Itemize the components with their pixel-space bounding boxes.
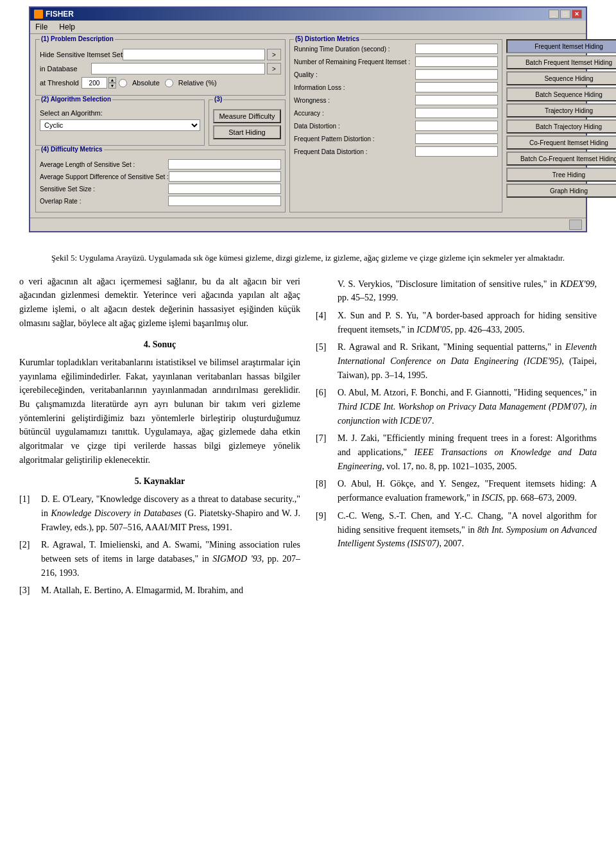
ref-5-num: [5] <box>316 340 334 382</box>
hide-sensitive-arrow[interactable]: > <box>267 49 281 60</box>
app-icon <box>34 10 43 19</box>
maximize-button[interactable]: □ <box>560 10 570 19</box>
threshold-down[interactable]: ▼ <box>108 83 116 89</box>
information-loss-label: Information Loss : <box>294 84 413 91</box>
select-algo-label: Select an Algorithm: <box>40 109 200 117</box>
information-loss-input[interactable] <box>415 82 498 92</box>
remaining-itemset-label: Number of Remaining Frequent Itemset : <box>294 58 413 65</box>
frequent-itemset-hiding-button[interactable]: Frequent Itemset Hiding <box>506 39 616 53</box>
graph-hiding-button[interactable]: Graph Hiding <box>506 184 616 198</box>
fd-distortion-row: Frequent Data Distortion : <box>294 146 498 157</box>
accuracy-input[interactable] <box>415 108 498 118</box>
ref-5: [5] R. Agrawal and R. Srikant, "Mining s… <box>316 340 597 382</box>
trajectory-hiding-button[interactable]: Trajectory Hiding <box>506 103 616 117</box>
left-paragraph2: Kurumlar topladıkları veritabanlarını is… <box>19 356 300 467</box>
menu-file[interactable]: File <box>33 22 50 32</box>
fp-distortion-label: Frequent Pattern Distortion : <box>294 135 413 143</box>
status-bar <box>30 218 586 231</box>
overlap-rate-input[interactable] <box>168 196 281 206</box>
distortion-section-title: (5) Distortion Metrics <box>294 35 361 42</box>
wrongness-input[interactable] <box>415 95 498 105</box>
avg-length-input[interactable] <box>168 159 281 169</box>
middle-panel: (5) Distortion Metrics Running Time Dura… <box>289 39 502 212</box>
absolute-label: Absolute <box>132 79 160 87</box>
co-frequent-itemset-hiding-button[interactable]: Co-Frequent Itemset Hiding <box>506 135 616 150</box>
tree-hiding-button[interactable]: Tree Hiding <box>506 168 616 182</box>
threshold-up[interactable]: ▲ <box>108 77 116 83</box>
start-hiding-button[interactable]: Start Hiding <box>213 125 281 139</box>
ref-4-text: X. Sun and P. S. Yu, "A border-based app… <box>338 309 597 336</box>
difficulty-metrics-section: (4) Difficulty Metrics Average Length of… <box>35 150 286 212</box>
relative-radio[interactable] <box>165 79 173 87</box>
hide-sensitive-row: Hide Sensitive Itemset Set > <box>40 49 281 60</box>
avg-support-row: Average Support Difference of Sensitive … <box>40 171 281 182</box>
minimize-button[interactable]: _ <box>549 10 559 19</box>
title-bar: FISHER _ □ ✕ <box>30 8 586 21</box>
distortion-metrics-section: (5) Distortion Metrics Running Time Dura… <box>289 39 502 212</box>
batch-frequent-itemset-hiding-button[interactable]: Batch Frequent Itemset Hiding <box>506 55 616 69</box>
hide-sensitive-input[interactable] <box>123 49 265 60</box>
close-button[interactable]: ✕ <box>572 10 582 19</box>
ref-9: [9] C.-C. Weng, S.-T. Chen, and Y.-C. Ch… <box>316 509 597 551</box>
left-paragraph1: o veri ağacının alt ağacı içermemesi sağ… <box>19 275 300 331</box>
ref-3c-text: V. S. Verykios, "Disclosure limitation o… <box>338 277 597 305</box>
data-distortion-label: Data Distortion : <box>294 123 413 130</box>
document-body: Şekil 5: Uygulama Arayüzü. Uygulamada sı… <box>0 239 616 614</box>
window-body: (1) Problem Description Hide Sensitive I… <box>30 34 586 218</box>
overlap-rate-row: Overlap Rate : <box>40 196 281 206</box>
running-time-row: Running Time Duration (second) : <box>294 44 498 54</box>
sequence-hiding-button[interactable]: Sequence Hiding <box>506 71 616 85</box>
right-references: V. S. Verykios, "Disclosure limitation o… <box>316 277 597 551</box>
menu-help[interactable]: Help <box>56 22 78 32</box>
problem-description-section: (1) Problem Description Hide Sensitive I… <box>35 39 286 96</box>
threshold-label: at Threshold <box>40 79 79 87</box>
measure-difficulty-button[interactable]: Measure Difficulty <box>213 109 281 123</box>
remaining-itemset-row: Number of Remaining Frequent Itemset : <box>294 56 498 67</box>
right-column: V. S. Verykios, "Disclosure limitation o… <box>316 275 597 602</box>
ref-6-text: O. Abul, M. Atzori, F. Bonchi, and F. Gi… <box>338 386 597 428</box>
fp-distortion-input[interactable] <box>415 134 498 144</box>
ref-1: [1] D. E. O'Leary, "Knowledge discovery … <box>19 492 300 534</box>
ref-9-num: [9] <box>316 509 334 551</box>
quality-row: Quality : <box>294 69 498 80</box>
in-database-arrow[interactable]: > <box>267 63 281 74</box>
section3-title: (3) <box>213 96 223 103</box>
section4-title: 4. Sonuç <box>19 338 300 352</box>
quality-input[interactable] <box>415 69 498 80</box>
avg-support-input[interactable] <box>169 171 281 182</box>
section5-title: 5. Kaynaklar <box>19 474 300 489</box>
radio-group: Absolute Relative (%) <box>119 79 217 87</box>
quality-label: Quality : <box>294 71 413 78</box>
relative-label: Relative (%) <box>178 79 217 87</box>
absolute-radio[interactable] <box>119 79 127 87</box>
in-database-input[interactable] <box>91 63 265 74</box>
algorithm-select[interactable]: Cyclic <box>40 119 200 131</box>
hiding-buttons-panel: Frequent Itemset Hiding Batch Frequent I… <box>506 39 616 212</box>
batch-co-frequent-hiding-button[interactable]: Batch Co-Frequent Itemset Hiding <box>506 151 616 166</box>
section3: (3) Measure Difficulty Start Hiding <box>209 100 286 146</box>
avg-support-label: Average Support Difference of Sensitive … <box>40 173 169 180</box>
ref-7-text: M. J. Zaki, "Efficiently mining frequent… <box>338 431 597 473</box>
batch-trajectory-hiding-button[interactable]: Batch Trajectory Hiding <box>506 119 616 134</box>
running-time-input[interactable] <box>415 44 498 54</box>
status-icon <box>569 220 582 230</box>
hide-sensitive-label: Hide Sensitive Itemset Set <box>40 51 123 58</box>
wrongness-label: Wrongness : <box>294 97 413 104</box>
threshold-input[interactable] <box>81 77 107 89</box>
ref-8-num: [8] <box>316 477 334 505</box>
ref-3-text: M. Atallah, E. Bertino, A. Elmagarmid, M… <box>41 584 243 598</box>
fd-distortion-input[interactable] <box>415 146 498 157</box>
ref-4: [4] X. Sun and P. S. Yu, "A border-based… <box>316 309 597 336</box>
two-column-layout: o veri ağacının alt ağacı içermemesi sağ… <box>19 275 597 602</box>
threshold-row: at Threshold ▲ ▼ Absolute Relative (%) <box>40 77 281 89</box>
ref-3-num: [3] <box>19 584 37 598</box>
window-controls: _ □ ✕ <box>549 10 582 19</box>
avg-length-row: Average Length of Sensitive Set : <box>40 159 281 169</box>
sensitive-size-input[interactable] <box>168 184 281 194</box>
data-distortion-input[interactable] <box>415 121 498 131</box>
ref-3: [3] M. Atallah, E. Bertino, A. Elmagarmi… <box>19 584 300 598</box>
remaining-itemset-input[interactable] <box>415 56 498 67</box>
batch-sequence-hiding-button[interactable]: Batch Sequence Hiding <box>506 87 616 101</box>
ref-2-num: [2] <box>19 538 37 580</box>
ref-9-text: C.-C. Weng, S.-T. Chen, and Y.-C. Chang,… <box>338 509 597 551</box>
